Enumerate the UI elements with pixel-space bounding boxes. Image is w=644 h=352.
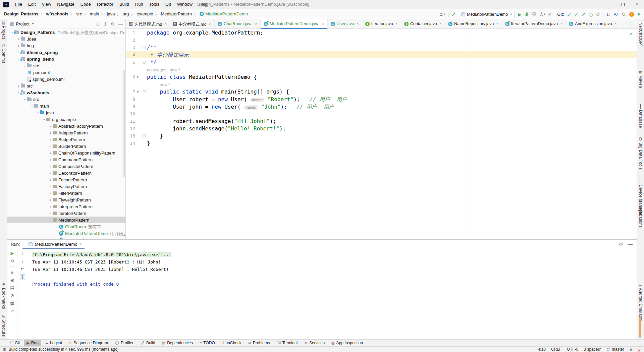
rerun-icon[interactable]: ▶ — [11, 251, 14, 255]
editor-tab-namerepository.java[interactable]: CNameRepository.java× — [445, 19, 502, 28]
git-commit-icon[interactable]: ✓ — [574, 12, 579, 17]
tree-row-.idea[interactable]: ›.idea — [7, 36, 125, 42]
inlay-hint-line[interactable]: no usages new * — [126, 66, 637, 73]
menu-run[interactable]: Run — [132, 0, 146, 9]
code-line-10[interactable]: 10 — [126, 110, 637, 117]
chevron-collapsed-icon[interactable]: › — [48, 211, 53, 215]
tree-row-mediatorpattern[interactable]: ›MediatorPattern — [7, 217, 125, 223]
menu-build[interactable]: Build — [116, 0, 132, 9]
git-push-icon[interactable]: ↗ — [582, 12, 586, 17]
breadcrumb-item[interactable]: example — [137, 11, 153, 16]
indent-style[interactable]: 3 spaces* — [584, 347, 601, 352]
stop-button-icon[interactable]: ■ — [548, 12, 551, 16]
editor-tab-iteratorpatterndemo.java[interactable]: CIteratorPatternDemo.java× — [502, 19, 566, 28]
build-project-icon[interactable] — [451, 12, 456, 16]
line-ending[interactable]: CRLF — [551, 347, 561, 352]
chevron-collapsed-icon[interactable]: › — [23, 64, 27, 68]
tree-row-spring_demo[interactable]: ›spring_demo — [7, 56, 125, 62]
tree-row-user[interactable]: CUser用户 — [7, 237, 125, 239]
run-console-output[interactable]: "C:\Program Files\Java\jdk1.8.0_201\bin\… — [28, 249, 637, 339]
run-line-icon[interactable]: ▶ — [135, 75, 141, 78]
tree-row-w3schools[interactable]: ›w3schools — [7, 89, 125, 96]
editor-tab-user.java[interactable]: CUser.java× — [328, 19, 362, 28]
tool-window-button-app-inspection[interactable]: ◍App Inspection — [329, 340, 366, 346]
chevron-collapsed-icon[interactable]: › — [48, 144, 53, 148]
scroll-up-icon[interactable]: ↑ — [21, 251, 24, 255]
menu-tools[interactable]: Tools — [146, 0, 162, 9]
editor-tab-mediatorpatterndemo.java[interactable]: CMediatorPatternDemo.java× — [261, 19, 328, 28]
fold-marker-icon[interactable] — [141, 134, 147, 137]
fold-marker-icon[interactable] — [141, 90, 147, 93]
menu-file[interactable]: File — [12, 0, 25, 9]
inlay-hint-line[interactable]: new * — [126, 80, 637, 88]
menu-navigate[interactable]: Navigate — [54, 0, 77, 9]
ide-update-icon[interactable]: ↑ — [629, 12, 634, 17]
tree-row-java[interactable]: ›java — [7, 109, 125, 116]
breadcrumb-item[interactable]: w3schools — [46, 11, 68, 16]
menu-refactor[interactable]: Refactor — [94, 0, 116, 9]
menu-view[interactable]: View — [39, 0, 54, 9]
print-icon[interactable]: ▤ — [10, 286, 14, 290]
git-rollback-icon[interactable]: ↺ — [596, 12, 600, 17]
tree-row-src[interactable]: ›src — [7, 82, 125, 89]
tool-button-bookmarks[interactable]: ⚑Bookmarks — [0, 283, 7, 309]
breadcrumb-item[interactable]: CMediatorPatternDemo — [200, 11, 248, 16]
tree-row-mediatorpatterndemo[interactable]: CMediatorPatternDemo中介模式演示 — [7, 230, 125, 237]
editor-tab-chatroom.java[interactable]: CChatRoom.java× — [215, 19, 261, 28]
close-icon[interactable]: × — [496, 21, 499, 26]
encoding[interactable]: UTF-8 — [567, 347, 578, 352]
code-line-13[interactable]: 13 } — [126, 132, 637, 139]
collapse-all-icon[interactable]: ↥ — [103, 21, 107, 26]
tool-button-nexchatgpt[interactable]: NexChatGPT — [637, 22, 644, 47]
framework-icon[interactable]: y — [638, 347, 641, 352]
scroll-to-end-icon[interactable]: ↧ — [20, 274, 25, 280]
breadcrumb-item[interactable]: src — [76, 11, 82, 16]
tree-row-facadepattern[interactable]: ›FacadePattern — [7, 176, 125, 183]
chevron-collapsed-icon[interactable]: › — [48, 191, 53, 195]
tree-row-src[interactable]: ›src — [7, 62, 125, 69]
chevron-expanded-icon[interactable]: › — [36, 111, 40, 115]
chevron-collapsed-icon[interactable]: › — [16, 84, 21, 88]
editor-tab-中介者模式.md[interactable]: M中介者模式.md× — [170, 19, 214, 28]
code-line-12[interactable]: 12 john.sendMessage("Hello! Robert!"); — [126, 125, 637, 132]
tree-row-flyweightpattern[interactable]: ›FlyweightPattern — [7, 196, 125, 203]
tree-row-bridgepattern[interactable]: ›BridgePattern — [7, 136, 125, 143]
tool-window-button-sequence-diagram[interactable]: ⇵Sequence Diagram — [66, 340, 111, 346]
breadcrumb-item[interactable]: main — [90, 11, 99, 16]
tool-button-project[interactable]: ▤Project — [0, 20, 7, 39]
tool-button-commit[interactable]: ◎Commit — [0, 43, 7, 63]
tool-button-structure[interactable]: ⊞Structure — [0, 314, 7, 337]
tree-row-itheima_spring[interactable]: ›itheima_spring — [7, 49, 125, 56]
hide-panel-icon[interactable]: — — [118, 21, 123, 26]
chevron-collapsed-icon[interactable]: › — [48, 198, 53, 202]
tree-row-pom.xml[interactable]: mpom.xml — [7, 69, 125, 76]
tree-row-main[interactable]: ›main — [7, 103, 125, 109]
chevron-collapsed-icon[interactable]: › — [48, 204, 53, 209]
close-icon[interactable]: × — [255, 21, 257, 26]
status-message[interactable]: Build completed successfully in 4 sec, 9… — [8, 347, 118, 352]
run-line-icon[interactable]: ▶ — [135, 90, 141, 93]
tree-row-decoratorpattern[interactable]: ›DecoratorPattern — [7, 170, 125, 176]
chevron-expanded-icon[interactable]: › — [30, 104, 34, 108]
chevron-collapsed-icon[interactable]: › — [16, 44, 21, 48]
clear-icon[interactable]: ⊗ — [10, 293, 14, 298]
code-line-4[interactable]: 4 * 中介模式演示 — [126, 51, 637, 58]
project-panel-title[interactable]: Project — [16, 21, 29, 26]
minimize-button[interactable]: – — [602, 0, 616, 9]
switch-user-icon[interactable]: ▾ — [439, 12, 445, 16]
tool-button-android-emulator[interactable]: ▱Android Emulator — [637, 283, 644, 321]
chevron-collapsed-icon[interactable]: › — [48, 178, 53, 182]
tree-row-abstractfactorypattern[interactable]: ›AbstractFactoryPattern — [7, 123, 125, 129]
tree-row-chatroom[interactable]: CChatRoom聊天室 — [7, 223, 125, 230]
tree-row-factorypattern[interactable]: ›FactoryPattern — [7, 183, 125, 190]
tree-row-commandpattern[interactable]: ›CommandPattern — [7, 156, 125, 163]
tool-window-button-run[interactable]: ▶Run — [24, 340, 41, 346]
translate-icon[interactable]: Aa — [614, 12, 619, 16]
chevron-collapsed-icon[interactable]: › — [48, 124, 53, 128]
profiler-button-icon[interactable]: ▾ — [539, 12, 545, 16]
chevron-collapsed-icon[interactable]: › — [48, 164, 53, 168]
tree-row-src[interactable]: ›src — [7, 96, 125, 103]
run-configuration-select[interactable]: MediatorPatternDemo▼ — [459, 11, 515, 18]
restore-icon[interactable]: ↗ — [10, 309, 14, 313]
tool-window-button-terminal[interactable]: Terminal — [274, 340, 300, 346]
